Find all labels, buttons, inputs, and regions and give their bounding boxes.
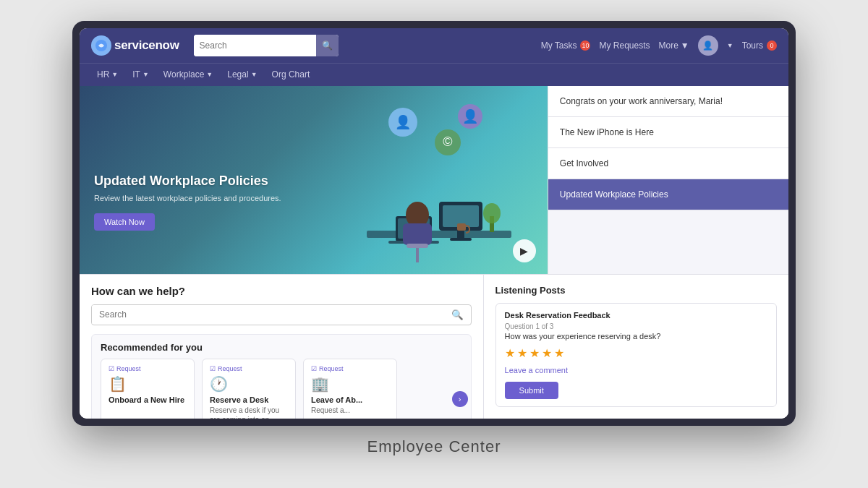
card-tag-1: ☑ Request (210, 365, 288, 372)
svg-rect-15 (457, 223, 466, 231)
card-title-0: Onboard a New Hire (109, 395, 187, 404)
hero-subtitle: Review the latest workplace policies and… (94, 193, 281, 204)
card-desc-1: Reserve a desk if you are coming into an… (210, 406, 288, 419)
feedback-card: Desk Reservation Feedback Question 1 of … (495, 303, 777, 407)
help-search-input[interactable] (92, 305, 444, 324)
workplace-arrow-icon: ▼ (206, 71, 213, 78)
tours-link[interactable]: Tours 0 (742, 40, 777, 51)
card-icon-0: 📋 (109, 375, 187, 393)
card-tag-2: ☑ Request (311, 365, 389, 372)
it-arrow-icon: ▼ (142, 71, 149, 78)
card-icon-1: 🕐 (210, 375, 288, 393)
subnav-it[interactable]: IT ▼ (127, 67, 155, 82)
screen-wrapper: servicenow 🔍 My Tasks 10 My Requests (72, 21, 796, 426)
card-title-1: Reserve a Desk (210, 395, 288, 404)
carousel-next-button[interactable]: › (452, 391, 468, 407)
submit-button[interactable]: Submit (505, 382, 558, 399)
hr-arrow-icon: ▼ (111, 71, 118, 78)
my-tasks-badge: 10 (580, 40, 590, 51)
top-nav: servicenow 🔍 My Tasks 10 My Requests (80, 28, 788, 63)
float-user-icon: 👤 (458, 104, 482, 129)
svg-point-14 (483, 203, 501, 223)
star-2[interactable]: ★ (517, 346, 527, 360)
notification-item[interactable]: Get Involved (548, 148, 788, 179)
tours-badge: 0 (767, 40, 777, 51)
subnav-legal[interactable]: Legal ▼ (221, 67, 263, 82)
leave-comment-link[interactable]: Leave a comment (505, 366, 767, 374)
card-tag-0: ☑ Request (109, 365, 187, 372)
lower-section: How can we help? 🔍 Recommended for you ☑ (80, 274, 788, 419)
logo-icon (91, 35, 111, 56)
card-desc-2: Request a... (311, 406, 389, 415)
logo-area: servicenow (91, 35, 179, 56)
top-search-button[interactable]: 🔍 (316, 35, 339, 56)
subnav-orgchart[interactable]: Org Chart (266, 67, 316, 82)
listening-panel: Listening Posts Desk Reservation Feedbac… (484, 274, 788, 419)
svg-rect-4 (457, 231, 464, 238)
notification-item[interactable]: Congrats on your work anniversary, Maria… (548, 86, 788, 117)
logo-text: servicenow (114, 38, 179, 53)
notification-item[interactable]: The New iPhone is Here (548, 117, 788, 148)
float-person-icon: 👤 (388, 108, 417, 137)
more-arrow-icon: ▼ (681, 40, 689, 51)
recommended-title: Recommended for you (101, 342, 462, 353)
help-panel: How can we help? 🔍 Recommended for you ☑ (80, 274, 484, 419)
help-search-button[interactable]: 🔍 (444, 305, 471, 325)
watch-now-button[interactable]: Watch Now (94, 213, 155, 231)
subnav-hr[interactable]: HR ▼ (91, 67, 124, 82)
nav-right: My Tasks 10 My Requests More ▼ 👤 ▼ Tours (541, 35, 777, 56)
star-4[interactable]: ★ (542, 346, 552, 360)
svg-rect-11 (407, 244, 428, 248)
star-rating[interactable]: ★ ★ ★ ★ ★ (505, 346, 767, 360)
page-footer-label: Employee Center (356, 426, 513, 468)
star-1[interactable]: ★ (505, 346, 515, 360)
my-tasks-link[interactable]: My Tasks 10 (541, 40, 591, 51)
hero-title: Updated Workplace Policies (94, 174, 281, 189)
recommended-items-wrapper: ☑ Request 📋 Onboard a New Hire ☑ (101, 359, 462, 419)
main-content: 👤 © 👤 (80, 86, 788, 274)
hero-area: 👤 © 👤 (80, 86, 548, 274)
notification-item-active[interactable]: Updated Workplace Policies (548, 179, 788, 210)
recommended-card-0[interactable]: ☑ Request 📋 Onboard a New Hire (101, 359, 195, 419)
listening-title: Listening Posts (495, 285, 777, 296)
top-search-bar[interactable]: 🔍 (194, 35, 339, 56)
sub-nav: HR ▼ IT ▼ Workplace ▼ Legal ▼ Org Chart (80, 63, 788, 86)
my-requests-link[interactable]: My Requests (599, 40, 650, 51)
avatar-arrow-icon: ▼ (727, 42, 733, 49)
notifications-panel: Congrats on your work anniversary, Maria… (548, 86, 788, 274)
help-title: How can we help? (91, 285, 472, 297)
recommended-items: ☑ Request 📋 Onboard a New Hire ☑ (101, 359, 462, 419)
legal-arrow-icon: ▼ (251, 71, 258, 78)
top-search-input[interactable] (194, 35, 316, 56)
hero-text: Updated Workplace Policies Review the la… (94, 174, 281, 230)
browser-frame: servicenow 🔍 My Tasks 10 My Requests (80, 28, 788, 419)
play-button[interactable]: ▶ (513, 239, 536, 262)
star-3[interactable]: ★ (529, 346, 540, 360)
feedback-title: Desk Reservation Feedback (505, 311, 767, 320)
feedback-question-num: Question 1 of 3 (505, 322, 767, 330)
recommended-card-1[interactable]: ☑ Request 🕐 Reserve a Desk Reserve a des… (202, 359, 296, 419)
recommended-card-2[interactable]: ☑ Request 🏢 Leave of Ab... Request a... (303, 359, 397, 419)
avatar[interactable]: 👤 (698, 35, 718, 56)
card-icon-2: 🏢 (311, 375, 389, 393)
recommended-section: Recommended for you ☑ Request 📋 Onboard (91, 334, 472, 419)
help-search-bar[interactable]: 🔍 (91, 304, 472, 325)
feedback-question: How was your experience reserving a desk… (505, 332, 767, 341)
card-title-2: Leave of Ab... (311, 395, 389, 404)
svg-rect-5 (450, 238, 472, 241)
svg-rect-12 (416, 248, 419, 262)
svg-rect-10 (403, 223, 432, 245)
more-link[interactable]: More ▼ (659, 40, 689, 51)
star-5[interactable]: ★ (554, 346, 564, 360)
desk-illustration (338, 151, 526, 274)
subnav-workplace[interactable]: Workplace ▼ (158, 67, 218, 82)
